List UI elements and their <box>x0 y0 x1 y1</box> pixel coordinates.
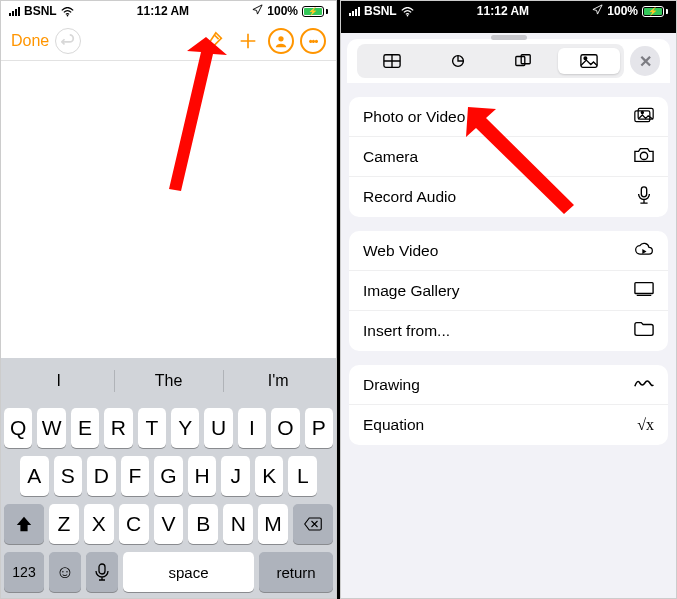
sheet-grabber[interactable] <box>491 35 527 40</box>
shapes-tab[interactable] <box>493 48 555 74</box>
suggestion[interactable]: The <box>114 362 224 400</box>
photo-video-icon <box>634 106 654 128</box>
gallery-icon <box>634 280 654 302</box>
delete-key[interactable] <box>293 504 333 544</box>
carrier-label: BSNL <box>364 4 397 18</box>
menu-item-image-gallery[interactable]: Image Gallery <box>349 271 668 311</box>
key[interactable]: T <box>138 408 166 448</box>
key-row: Q W E R T Y U I O P <box>4 408 333 448</box>
key[interactable]: H <box>188 456 217 496</box>
battery-icon: ⚡ <box>302 6 328 17</box>
key[interactable]: D <box>87 456 116 496</box>
svg-point-4 <box>406 15 408 17</box>
key[interactable]: C <box>119 504 149 544</box>
menu-item-camera[interactable]: Camera <box>349 137 668 177</box>
key[interactable]: E <box>71 408 99 448</box>
svg-point-0 <box>66 15 68 17</box>
key[interactable]: P <box>305 408 333 448</box>
key[interactable]: U <box>204 408 232 448</box>
key[interactable]: Q <box>4 408 32 448</box>
format-brush-icon[interactable] <box>200 30 228 52</box>
svg-point-14 <box>640 152 647 159</box>
key[interactable]: Y <box>171 408 199 448</box>
menu-label: Web Video <box>363 242 634 260</box>
key[interactable]: G <box>154 456 183 496</box>
menu-label: Camera <box>363 148 634 166</box>
key-row: 123 ☺ space return <box>4 552 333 592</box>
menu-group-insert: Web Video Image Gallery Insert from... <box>349 231 668 351</box>
key[interactable]: L <box>288 456 317 496</box>
more-button[interactable]: ••• <box>300 28 326 54</box>
menu-item-photo-video[interactable]: Photo or Video <box>349 97 668 137</box>
wifi-icon <box>401 6 414 16</box>
key[interactable]: M <box>258 504 288 544</box>
undo-button[interactable] <box>55 28 81 54</box>
menu-label: Insert from... <box>363 322 634 340</box>
key[interactable]: J <box>221 456 250 496</box>
status-bar: BSNL 11:12 AM 100% ⚡ <box>1 1 336 21</box>
menu-label: Equation <box>363 416 637 434</box>
suggestion[interactable]: I <box>4 362 114 400</box>
svg-point-1 <box>278 36 283 41</box>
shift-key[interactable] <box>4 504 44 544</box>
svg-rect-2 <box>99 564 105 574</box>
menu-item-record-audio[interactable]: Record Audio <box>349 177 668 217</box>
key[interactable]: N <box>223 504 253 544</box>
signal-icon <box>9 7 20 16</box>
svg-rect-9 <box>581 55 597 68</box>
wifi-icon <box>61 6 74 16</box>
key[interactable]: K <box>255 456 284 496</box>
key[interactable]: W <box>37 408 65 448</box>
menu-item-drawing[interactable]: Drawing <box>349 365 668 405</box>
menu-label: Drawing <box>363 376 634 394</box>
numeric-key[interactable]: 123 <box>4 552 44 592</box>
return-key[interactable]: return <box>259 552 333 592</box>
menu-item-web-video[interactable]: Web Video <box>349 231 668 271</box>
location-icon <box>592 4 603 18</box>
suggestion-bar: I The I'm <box>4 362 333 400</box>
key[interactable]: V <box>154 504 184 544</box>
menu-label: Record Audio <box>363 188 634 206</box>
svg-point-13 <box>641 111 643 113</box>
done-button[interactable]: Done <box>11 32 49 50</box>
emoji-key[interactable]: ☺ <box>49 552 81 592</box>
add-button[interactable] <box>234 30 262 52</box>
status-bar: BSNL 11:12 AM 100% ⚡ <box>341 1 676 21</box>
charts-tab[interactable] <box>427 48 489 74</box>
carrier-label: BSNL <box>24 4 57 18</box>
tables-tab[interactable] <box>361 48 423 74</box>
key[interactable]: A <box>20 456 49 496</box>
space-key[interactable]: space <box>123 552 254 592</box>
key[interactable]: S <box>54 456 83 496</box>
suggestion[interactable]: I'm <box>223 362 333 400</box>
key[interactable]: B <box>188 504 218 544</box>
svg-rect-16 <box>635 282 653 293</box>
menu-item-insert-from[interactable]: Insert from... <box>349 311 668 351</box>
share-avatar-button[interactable] <box>268 28 294 54</box>
signal-icon <box>349 7 360 16</box>
sqrt-icon: √x <box>637 416 654 434</box>
key[interactable]: R <box>104 408 132 448</box>
menu-item-equation[interactable]: Equation √x <box>349 405 668 445</box>
insert-sheet-header: ✕ <box>347 39 670 83</box>
menu-group-media: Photo or Video Camera Record Audio <box>349 97 668 217</box>
close-button[interactable]: ✕ <box>630 46 660 76</box>
key-row: A S D F G H J K L <box>4 456 333 496</box>
key-row: Z X C V B N M <box>4 504 333 544</box>
battery-pct: 100% <box>607 4 638 18</box>
mic-icon <box>634 186 654 208</box>
key[interactable]: X <box>84 504 114 544</box>
note-body[interactable] <box>1 61 336 358</box>
clock: 11:12 AM <box>137 4 189 18</box>
category-segmented <box>357 44 624 78</box>
battery-icon: ⚡ <box>642 6 668 17</box>
media-tab[interactable] <box>558 48 620 74</box>
menu-group-other: Drawing Equation √x <box>349 365 668 445</box>
key[interactable]: F <box>121 456 150 496</box>
key[interactable]: Z <box>49 504 79 544</box>
key[interactable]: O <box>271 408 299 448</box>
camera-icon <box>634 146 654 168</box>
dictation-key[interactable] <box>86 552 118 592</box>
scribble-icon <box>634 374 654 396</box>
key[interactable]: I <box>238 408 266 448</box>
